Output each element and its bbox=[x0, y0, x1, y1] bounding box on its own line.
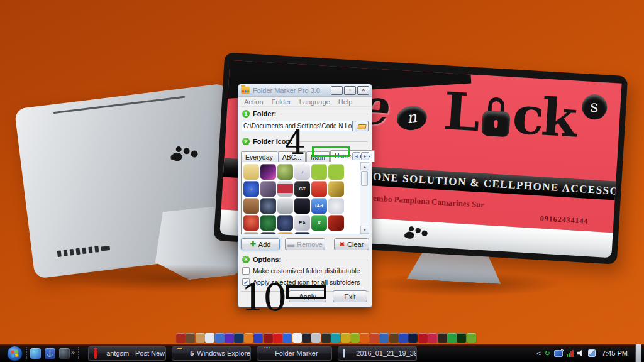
dock-photoshop-icon[interactable] bbox=[234, 333, 243, 343]
chin-paw-logo bbox=[404, 226, 429, 241]
tab-everyday[interactable]: Everyday bbox=[241, 151, 277, 162]
dock-matrix-green-icon[interactable] bbox=[457, 333, 466, 343]
quick-launch-more-chevron[interactable]: » bbox=[71, 348, 74, 356]
mac-drive-icon[interactable] bbox=[277, 198, 293, 214]
dock-viewer-blue-icon[interactable] bbox=[379, 333, 389, 343]
browse-folder-button[interactable] bbox=[355, 121, 369, 131]
film-reel-icon[interactable] bbox=[260, 181, 276, 197]
show-desktop-button[interactable] bbox=[635, 344, 641, 362]
clapperboard-icon[interactable] bbox=[328, 181, 344, 197]
dock-mail-green-icon[interactable] bbox=[447, 333, 457, 343]
dock-bbm-navy-icon[interactable] bbox=[408, 333, 418, 343]
dock-pen-green-icon[interactable] bbox=[350, 333, 360, 343]
dock-x-purple-icon[interactable] bbox=[225, 333, 234, 343]
dock-doc-white-icon[interactable] bbox=[205, 333, 214, 343]
taskbar-button-opera[interactable]: antgsm - Post New Thr... bbox=[88, 346, 166, 361]
add-button[interactable]: ✚ Add bbox=[241, 238, 280, 250]
dock-tv-red-icon[interactable] bbox=[176, 333, 186, 343]
anchor-quicklaunch-icon[interactable]: ⚓ bbox=[45, 348, 55, 359]
red-ninja-icon[interactable] bbox=[243, 215, 259, 231]
volume-icon[interactable] bbox=[577, 349, 584, 357]
menu-item-folder[interactable]: Folder bbox=[272, 98, 291, 106]
dock-opera-icon[interactable] bbox=[273, 333, 282, 343]
android-bag-icon[interactable] bbox=[311, 164, 327, 180]
dock-search-blue-icon[interactable] bbox=[215, 333, 225, 343]
scroll-up-button[interactable]: ▲ bbox=[360, 162, 369, 170]
instagram-icon[interactable] bbox=[243, 232, 259, 234]
clock[interactable]: 7:45 PM bbox=[602, 349, 628, 357]
scroll-thumb[interactable] bbox=[361, 171, 368, 186]
dock-cd-silver-icon[interactable] bbox=[311, 333, 321, 343]
chilli-king-icon[interactable] bbox=[294, 198, 310, 214]
taskbar-button-folder-marker[interactable]: Folder Marker bbox=[257, 346, 332, 361]
red-folder-icon[interactable] bbox=[311, 181, 327, 197]
tab-scroll-left-button[interactable]: ◄ bbox=[352, 152, 360, 160]
desktop: de n L ck s ONE SOLUTION & CELLPHONE ACC… bbox=[0, 0, 644, 362]
galaxy-frame-icon[interactable] bbox=[260, 164, 276, 180]
dock-jordan-dark-icon[interactable] bbox=[438, 333, 447, 343]
annotation-green-box bbox=[312, 146, 350, 157]
dock-ring-orange-icon[interactable] bbox=[244, 333, 253, 343]
minimize-button[interactable]: ─ bbox=[331, 86, 343, 95]
maximize-button[interactable]: ▫ bbox=[344, 86, 356, 95]
scrollbar[interactable]: ▲ ▼ bbox=[360, 162, 369, 234]
dock-avira-red-icon[interactable] bbox=[418, 333, 428, 343]
clear-button[interactable]: ✖ Clear bbox=[334, 238, 369, 250]
dock-itunes-red-icon[interactable] bbox=[428, 333, 437, 343]
apple-skull-icon[interactable] bbox=[260, 215, 276, 231]
remove-button[interactable]: ▬ Remove bbox=[285, 238, 325, 250]
taskbar-button-explorer[interactable]: 5 Windows Explorer ▾ bbox=[172, 346, 251, 361]
dark-ball-quicklaunch-icon[interactable] bbox=[59, 348, 70, 359]
photoshop-icon[interactable]: Ps bbox=[294, 232, 310, 234]
signal-bars-icon[interactable] bbox=[567, 349, 574, 357]
tab-scroll-right-button[interactable]: ► bbox=[361, 152, 369, 160]
dota-icon[interactable] bbox=[328, 215, 344, 231]
image-viewer-tray-icon[interactable] bbox=[588, 349, 596, 357]
menu-item-language[interactable]: Language bbox=[299, 98, 330, 106]
grizzlies-icon[interactable] bbox=[277, 215, 293, 231]
dock-tools-yellow-icon[interactable] bbox=[341, 333, 350, 343]
exit-button[interactable]: Exit bbox=[333, 290, 367, 302]
imac-red-icon[interactable] bbox=[277, 181, 293, 197]
dock-anchor-blue-icon[interactable] bbox=[399, 333, 408, 343]
dock-globe-teal-icon[interactable] bbox=[331, 333, 340, 343]
start-button[interactable] bbox=[7, 346, 23, 361]
dock-android-green-icon[interactable] bbox=[467, 333, 476, 343]
menu-item-action[interactable]: Action bbox=[244, 98, 264, 106]
video-play-icon[interactable]: ▶ bbox=[277, 232, 293, 234]
wooden-apple-icon[interactable] bbox=[243, 198, 259, 214]
gt-black-icon[interactable]: GT bbox=[294, 181, 310, 197]
dock-swirl-orange-icon[interactable] bbox=[360, 333, 369, 343]
android-robot-icon[interactable] bbox=[328, 164, 344, 180]
dock-monk-brown-icon[interactable] bbox=[186, 333, 195, 343]
dock-p-red-icon[interactable] bbox=[370, 333, 379, 343]
utorrent-tray-icon[interactable]: ↻ bbox=[545, 349, 550, 358]
dock-n-blue-icon[interactable] bbox=[253, 333, 263, 343]
distributable-checkbox[interactable] bbox=[242, 267, 250, 275]
audio-headphones-icon[interactable]: ♪ bbox=[243, 181, 259, 197]
title-bar[interactable]: Folder Marker Pro 3.0 ─ ▫ ✕ bbox=[238, 84, 372, 97]
dock-ball-blue-icon[interactable] bbox=[282, 333, 292, 343]
menu-item-help[interactable]: Help bbox=[338, 98, 353, 106]
zombie-apple-icon[interactable] bbox=[277, 164, 293, 180]
folder-yellow-icon[interactable] bbox=[243, 164, 259, 180]
dock-bridge-brown-icon[interactable] bbox=[389, 333, 399, 343]
dock-deck-dark-icon[interactable] bbox=[302, 333, 311, 343]
collapse-chevron-icon[interactable]: < bbox=[536, 349, 540, 358]
okc-thunder-icon[interactable] bbox=[328, 198, 344, 214]
itunes-headset-icon[interactable]: ♪ bbox=[294, 164, 310, 180]
taskbar-button-image[interactable]: 2016_01_21_19_39_2... bbox=[338, 346, 417, 361]
globe-quicklaunch-icon[interactable] bbox=[30, 348, 41, 359]
ea-sports-icon[interactable]: EA bbox=[294, 215, 310, 231]
dock-bomb-red-icon[interactable] bbox=[264, 333, 273, 343]
network-monitor-icon[interactable] bbox=[554, 350, 563, 357]
game-orb-icon[interactable] bbox=[260, 198, 276, 214]
close-button[interactable]: ✕ bbox=[357, 86, 369, 95]
green-x-icon[interactable]: X bbox=[311, 215, 327, 231]
scroll-down-button[interactable]: ▼ bbox=[360, 226, 369, 234]
dock-atf-dark-icon[interactable] bbox=[321, 333, 331, 343]
dock-box-tan-icon[interactable] bbox=[196, 333, 205, 343]
ava-icon[interactable] bbox=[260, 232, 276, 234]
iad-icon[interactable]: iAd bbox=[311, 198, 327, 214]
dock-page-white-icon[interactable] bbox=[292, 333, 302, 343]
